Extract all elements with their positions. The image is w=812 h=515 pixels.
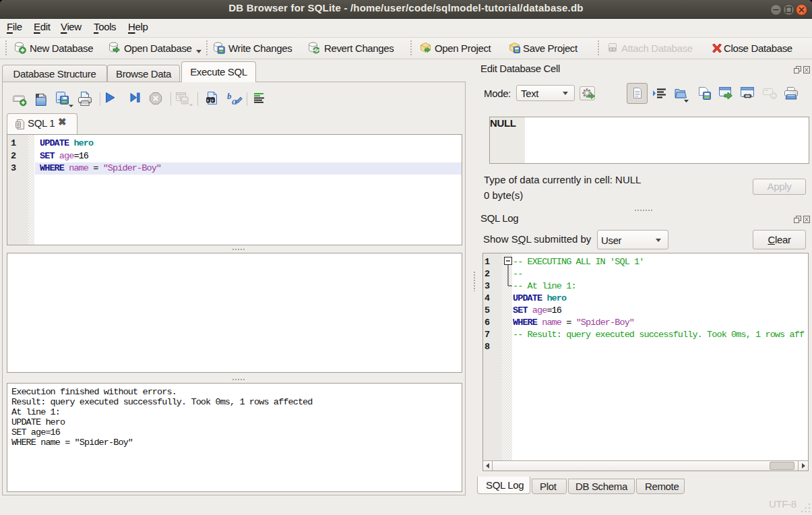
svg-text:b: b — [227, 92, 232, 101]
